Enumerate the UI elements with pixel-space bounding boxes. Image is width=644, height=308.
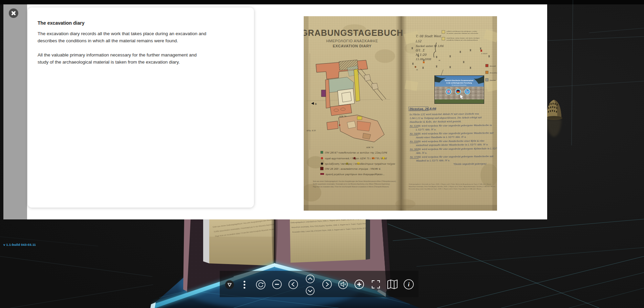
svg-text:Wandteil in L 52/71 Abh. IV a.: Wandteil in L 52/71 Abh. IV a. [416, 159, 450, 162]
flag-button-uk[interactable] [446, 89, 451, 94]
info-modal: The excavation diary The excavation diar… [3, 4, 547, 219]
svg-text:i: i [408, 281, 410, 288]
svg-text:Bronzefunde: Bronzefunde [490, 72, 497, 74]
svg-text:Α/Υψ. 8.50: Α/Υψ. 8.50 [306, 129, 316, 132]
close-icon [11, 10, 16, 16]
modal-sidebar [3, 4, 27, 219]
svg-text:υγρά αρχιτεκτονικά / Τοίχοι Δ: υγρά αρχιτεκτονικά / Τοίχοι ΔΣΜ 75 / Α 1… [325, 157, 387, 160]
close-button[interactable] [9, 8, 18, 18]
pan-up-icon[interactable] [304, 273, 316, 285]
svg-text:*(beide ungedreht geborgen): *(beide ungedreht geborgen) [453, 163, 487, 166]
svg-text:15.08.2008: 15.08.2008 [415, 58, 431, 61]
svg-text:gelblich, mittelbraunes bis mi: gelblich, mittelbraunes bis mittelgraues… [447, 31, 477, 32]
hide-toolbar-button[interactable] [224, 279, 235, 290]
pan-left-icon[interactable] [287, 279, 299, 290]
diary-subtitle-english: EXCAVATION DIARY [333, 44, 372, 48]
diary-title: GRABUNGSTAGEBUCH [304, 28, 403, 38]
info-icon[interactable]: i [403, 279, 414, 290]
svg-text:Δ 183/07: Δ 183/07 [481, 53, 488, 54]
svg-text:Abh. IV a.: Abh. IV a. [415, 151, 427, 154]
svg-text:0/1. Σ: 0/1. Σ [415, 49, 425, 52]
svg-text:Σελίδα ημερολογίου ανασκαφής /: Σελίδα ημερολογίου ανασκαφής / Ανασκαφή … [313, 183, 390, 185]
diary-entry-date: Dienstag, 26.8.08 [409, 107, 436, 111]
card-title: The excavation diary [38, 20, 85, 26]
svg-text:Keramik: Keramik [490, 65, 496, 67]
pan-right-icon[interactable] [321, 279, 333, 290]
photo-inset[interactable]: Deutsch-Griechische Zusammenarbeit in de… [434, 75, 484, 104]
svg-text:L52: L52 [415, 40, 422, 43]
svg-text:in der archäologischen Forschu: in der archäologischen Forschung [446, 82, 472, 84]
svg-text:M 1:20: M 1:20 [415, 53, 427, 56]
svg-text:Seite aus einem Grabungstagebu: Seite aus einem Grabungstagebuch / Aus d… [313, 180, 396, 182]
card-paragraph: The excavation diary records all the wor… [38, 30, 209, 44]
svg-text:πρανή μεγάλων μαρτύρων που δια: πρανή μεγάλων μαρτύρων που διαμορφώθηκαν… [325, 173, 385, 176]
svg-text:Sockel unter M 1/06: Sockel unter M 1/06 [415, 45, 444, 48]
svg-text:Knochen: Knochen [490, 79, 496, 81]
application-window: Seite aus einem Grabungstagebuch / Aus d… [0, 0, 644, 308]
svg-text:ημιλάξευση / πατούρες / σπου: ημιλάξευση / πατούρες / σπουδαιότερων τμ… [325, 163, 395, 165]
svg-text:Grabungstagebuch, Unterstadt v: Grabungstagebuch, Unterstadt von Tiryns,… [409, 183, 491, 185]
info-card: The excavation diary The excavation diar… [28, 7, 254, 208]
svg-text:Page from an excavation diary: Page from an excavation diary / From the… [313, 186, 389, 188]
svg-text:ΟΜ 28147 τοποθετούνται οι κοτ: ΟΜ 28147 τοποθετούνται οι κοτύλοι της 22… [325, 151, 387, 154]
zoom-in-icon[interactable] [353, 279, 365, 290]
plan-marker-b: B [315, 102, 317, 105]
zoom-out-icon[interactable] [271, 279, 283, 290]
svg-text:ΔΟΚ 76: ΔΟΚ 76 [339, 115, 346, 117]
svg-text:T; 08 Stadt West: T; 08 Stadt West [415, 34, 442, 38]
svg-text:Handhacke & Kelle, der Aushub: Handhacke & Kelle, der Aushub wird gesie… [409, 120, 461, 123]
svg-text:L 52/71 Abh. IV a.: L 52/71 Abh. IV a. [415, 128, 436, 131]
menu-kebab-icon[interactable] [239, 279, 250, 290]
card-paragraph: All the valuable primary information nec… [38, 51, 209, 66]
svg-text:ΟΜ 28 260 : ανασκάπτεται στρώμ: ΟΜ 28 260 : ανασκάπτεται στρώμα : ΥΜ/ΦΙ … [325, 168, 381, 170]
rotate-reset-icon[interactable] [255, 279, 266, 290]
pan-down-icon[interactable] [304, 285, 316, 297]
photo-subtitle: Eine gemeinsame Dokumentation [452, 85, 467, 86]
svg-text:94: 94 [438, 60, 441, 61]
left-page-caption: Seite aus einem Grabungstagebuch / Aus d… [313, 180, 396, 188]
photo-title: Deutsch-Griechische Zusammenarbeit [445, 80, 473, 81]
svg-text:dunkelbraun, mittig steiniges,: dunkelbraun, mittig steiniges, sehr hart… [447, 38, 480, 39]
flag-button-greece[interactable] [465, 89, 470, 94]
svg-text:Ansatz einer Handhabe in L 52/: Ansatz einer Handhabe in L 52/71 Abh. IV… [415, 136, 467, 139]
flag-button-germany[interactable] [455, 89, 461, 94]
excavation-diary-image: GRABUNGSTAGEBUCH ΗΜΕΡΟΛΟΓΙΟ ΑΝΑΣΚΑΦΗΣ EX… [304, 16, 497, 211]
svg-text:bis mürbes, gemischtes Sedimen: bis mürbes, gemischtes Sediment mit viel… [447, 33, 478, 34]
mute-icon[interactable] [337, 279, 349, 290]
svg-text:Ημερολόγιο ανασκαφής, Κάτω Πόλ: Ημερολόγιο ανασκαφής, Κάτω Πόλη Αρχαίας … [409, 186, 495, 187]
version-label: v 1.1-build 043-03.11 [3, 243, 36, 246]
svg-text:ΔΟΚ 76: ΔΟΚ 76 [366, 146, 373, 148]
diary-subtitle-greek: ΗΜΕΡΟΛΟΓΙΟ ΑΝΑΣΚΑΦΗΣ [326, 39, 378, 43]
fullscreen-icon[interactable] [370, 279, 382, 290]
svg-text:gründliches Sediment mit viele: gründliches Sediment mit vielen Kalkeins… [447, 40, 478, 41]
map-icon[interactable] [387, 279, 398, 290]
svg-text:Excavation diary, Lower City o: Excavation diary, Lower City of Ancient … [409, 188, 481, 190]
svg-text:95: 95 [416, 69, 418, 71]
